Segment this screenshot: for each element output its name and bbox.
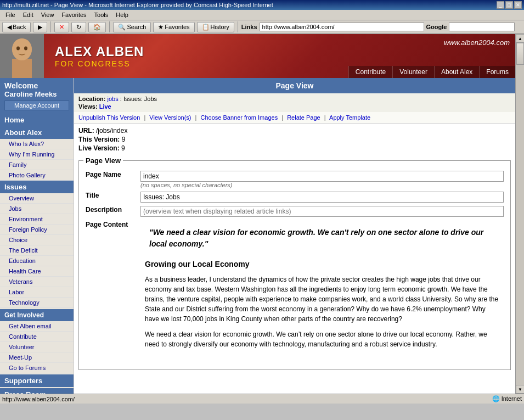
google-label: Google (426, 24, 447, 30)
page-view-title: Page View (74, 78, 515, 93)
url-value: /jobs/index (96, 127, 127, 135)
browser-content-area: ALEX ALBEN FOR CONGRESS www.alben2004.co… (0, 34, 524, 394)
sidebar-welcome-section: Welcome Caroline Meeks Manage Account (0, 78, 74, 114)
back-button[interactable]: ◀ Back (2, 22, 31, 32)
action-sep-3: | (281, 114, 283, 121)
browser-title: http://multi.zill.net - Page View - Micr… (2, 2, 273, 8)
content-paragraph-1: As a business leader, I understand the d… (145, 275, 499, 324)
unpublish-link[interactable]: Unpublish This Version (78, 114, 140, 121)
sidebar-item-veterans[interactable]: Veterans (0, 277, 74, 287)
svg-rect-2 (12, 59, 32, 78)
sidebar-issues-section[interactable]: Issues (0, 181, 74, 193)
menu-edit[interactable]: Edit (20, 11, 37, 19)
status-url: http://www.alben2004.com/ (2, 396, 75, 402)
home-button[interactable]: 🏠 (88, 22, 106, 32)
relate-page-link[interactable]: Relate Page (287, 114, 320, 121)
choose-banner-link[interactable]: Choose Banner from Images (201, 114, 278, 121)
nav-about-alex[interactable]: About Alex (434, 66, 479, 78)
window-controls[interactable]: _ □ ✕ (497, 1, 522, 9)
history-button[interactable]: 📋 History (197, 22, 234, 32)
forward-button[interactable]: ▶ (33, 22, 47, 32)
sidebar-item-who-is-alex[interactable]: Who Is Alex? (0, 139, 74, 149)
location-jobs-link[interactable]: jobs (108, 96, 119, 102)
google-search[interactable] (449, 23, 515, 31)
title-row: Title (83, 190, 506, 204)
close-button[interactable]: ✕ (514, 1, 522, 9)
page-content-label: Page Content (83, 219, 138, 361)
sidebar-item-why-running[interactable]: Why I'm Running (0, 149, 74, 160)
views-live-link[interactable]: Live (99, 103, 111, 110)
nav-contribute[interactable]: Contribute (348, 66, 392, 78)
sidebar-press-room-section[interactable]: Press Room (0, 388, 74, 394)
candidate-subtitle: FOR CONGRESS (55, 59, 144, 68)
url-label: URL: (78, 127, 94, 135)
sidebar-item-jobs[interactable]: Jobs (0, 204, 74, 214)
action-links: Unpublish This Version | View Version(s)… (74, 112, 515, 124)
scrollbar[interactable]: ▲ ▼ (515, 34, 524, 394)
nav-forums[interactable]: Forums (479, 66, 515, 78)
sidebar: Welcome Caroline Meeks Manage Account Ho… (0, 78, 74, 394)
apply-template-link[interactable]: Apply Template (329, 114, 370, 121)
page-view-fieldset: Page View Page Name (no spaces, no speci… (78, 156, 511, 370)
stop-button[interactable]: ✕ (54, 22, 69, 32)
sidebar-item-labor[interactable]: Labor (0, 287, 74, 298)
sidebar-item-environment[interactable]: Environment (0, 214, 74, 225)
view-versions-link[interactable]: View Version(s) (149, 114, 191, 121)
sidebar-supporters-section[interactable]: Supporters (0, 374, 74, 387)
nav-volunteer[interactable]: Volunteer (392, 66, 434, 78)
sidebar-item-technology[interactable]: Technology (0, 298, 74, 308)
action-sep-1: | (144, 114, 145, 121)
minimize-button[interactable]: _ (497, 1, 504, 9)
description-cell (138, 204, 506, 219)
page-name-input[interactable] (140, 171, 504, 182)
sidebar-item-overview[interactable]: Overview (0, 193, 74, 204)
content-paragraph-2: We need a clear vision for economic grow… (145, 329, 499, 349)
sidebar-item-deficit[interactable]: The Deficit (0, 245, 74, 256)
address-bar[interactable] (260, 23, 424, 31)
sidebar-item-health-care[interactable]: Health Care (0, 266, 74, 277)
sidebar-item-choice[interactable]: Choice (0, 235, 74, 245)
page-content-row: Page Content "We need a clear vision for… (83, 219, 506, 361)
manage-account-button[interactable]: Manage Account (4, 100, 69, 110)
sidebar-item-photo-gallery[interactable]: Photo Gallery (0, 170, 74, 181)
sidebar-item-meet-up[interactable]: Meet-Up (0, 352, 74, 363)
sidebar-item-get-alben-email[interactable]: Get Alben email (0, 321, 74, 332)
sidebar-item-family[interactable]: Family (0, 160, 74, 170)
scroll-up-button[interactable]: ▲ (516, 34, 524, 43)
live-version-row: Live Version: 9 (78, 144, 511, 152)
maximize-button[interactable]: □ (505, 1, 513, 9)
header-text: ALEX ALBEN FOR CONGRESS (44, 38, 155, 74)
menu-favorites[interactable]: Favorites (58, 11, 89, 19)
svg-point-5 (24, 47, 27, 51)
title-input[interactable] (140, 192, 504, 203)
sidebar-about-alex-section[interactable]: About Alex (0, 126, 74, 139)
sidebar-get-involved-section[interactable]: Get Involved (0, 309, 74, 321)
search-button[interactable]: 🔍 Search (113, 22, 151, 32)
menu-view[interactable]: View (38, 11, 58, 19)
favorites-button[interactable]: ★ Favorites (153, 22, 194, 32)
scrollbar-track[interactable] (516, 43, 524, 385)
menu-help[interactable]: Help (112, 11, 132, 19)
scroll-down-button[interactable]: ▼ (516, 385, 524, 394)
toolbar-separator2 (109, 21, 110, 32)
sidebar-item-go-to-forums[interactable]: Go to Forums (0, 363, 74, 373)
sidebar-item-contribute[interactable]: Contribute (0, 332, 74, 342)
content-heading: Growing our Local Economy (145, 259, 499, 270)
sidebar-item-foreign-policy[interactable]: Foreign Policy (0, 225, 74, 235)
svg-point-3 (12, 38, 32, 60)
description-row: Description (83, 204, 506, 219)
menu-tools[interactable]: Tools (91, 11, 112, 19)
page-name-label: Page Name (83, 169, 138, 190)
this-version-label: This Version: (78, 136, 120, 143)
sidebar-item-education[interactable]: Education (0, 256, 74, 266)
url-info: URL: /jobs/index This Version: 9 Live Ve… (74, 124, 515, 152)
page-name-hint: (no spaces, no special characters) (140, 182, 504, 188)
menu-file[interactable]: File (2, 11, 19, 19)
refresh-button[interactable]: ↻ (71, 22, 86, 32)
description-input[interactable] (140, 206, 504, 217)
status-bar: http://www.alben2004.com/ 🌐 Internet (0, 394, 524, 404)
candidate-photo (0, 34, 44, 78)
sidebar-item-volunteer[interactable]: Volunteer (0, 342, 74, 352)
welcome-title: Welcome (4, 81, 69, 90)
scrollbar-thumb[interactable] (516, 43, 524, 65)
